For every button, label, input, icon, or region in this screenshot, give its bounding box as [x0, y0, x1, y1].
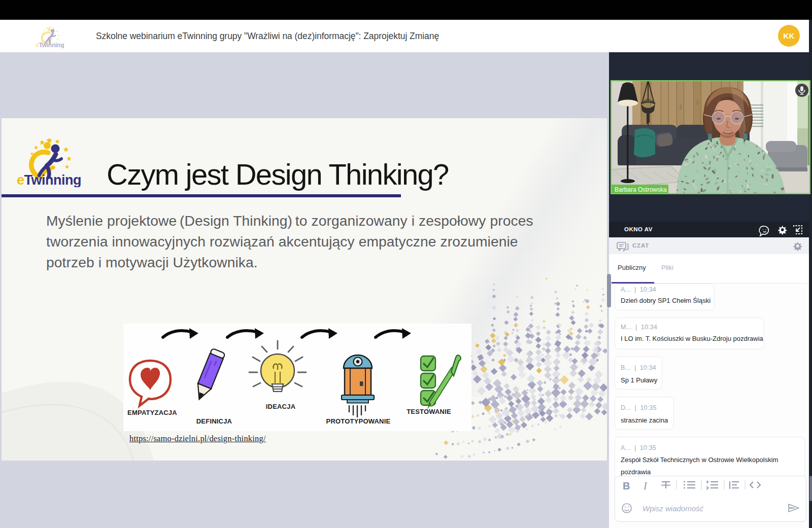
svg-text:Barbara Ostrowska: Barbara Ostrowska	[615, 186, 667, 193]
svg-text:I: I	[643, 480, 648, 491]
svg-text:DEFINICJA: DEFINICJA	[196, 417, 232, 425]
svg-text:eTwinning: eTwinning	[36, 42, 64, 48]
svg-text:IDEACJA: IDEACJA	[266, 403, 296, 410]
svg-text:TESTOWANIE: TESTOWANIE	[407, 408, 451, 415]
svg-text:EMPATYZACJA: EMPATYZACJA	[127, 409, 177, 416]
svg-text:B: B	[623, 480, 630, 491]
svg-text:eTwinning: eTwinning	[17, 172, 81, 187]
svg-text:PROTOTYPOWANIE: PROTOTYPOWANIE	[326, 417, 391, 425]
